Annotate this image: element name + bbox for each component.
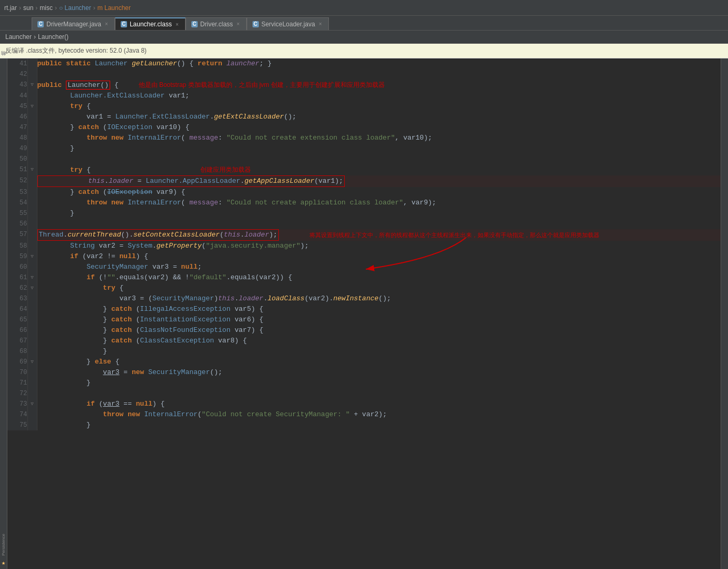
code-line-57: 57 Thread.currentThread().setContextClas… [7, 229, 721, 241]
code-line-55: 55 } [7, 208, 721, 219]
code-line-53: 53 } catch (IOException var9) { [7, 187, 721, 198]
editor-area: 结构 41 public static Launcher getLauncher… [0, 58, 728, 569]
top-breadcrumb: rt.jar › sun › misc › ○ Launcher › m Lau… [0, 0, 728, 16]
annotation-line43: 他是由 Bootstrap 类加载器加载的，之后由 jvm 创建，主要用于创建扩… [139, 81, 385, 89]
tab-close-icon[interactable]: × [104, 21, 109, 27]
breadcrumb-item[interactable]: m Launcher [98, 4, 131, 12]
code-line-64: 64 } catch (IllegalAccessException var5)… [7, 304, 721, 315]
file-breadcrumb: Launcher › Launcher() [0, 31, 728, 44]
code-line-58: 58 String var2 = System.getProperty("jav… [7, 241, 721, 251]
code-line-59: 59 ▽ if (var2 != null) { [7, 251, 721, 262]
code-line-41: 41 public static Launcher getLauncher() … [7, 58, 721, 69]
annotation-line57: 将其设置到线程上下文中，所有的线程都从这个主线程派生出来，如果没有手动指定，那么… [309, 232, 599, 238]
tab-drivermanager[interactable]: C DriverManager.java × [32, 17, 115, 30]
bottom-icons: Persistence ★ [0, 532, 7, 569]
tab-label: ServiceLoader.java [261, 21, 315, 28]
code-line-51: 51 ▽ try { 创建应用类加载器 [7, 164, 721, 175]
fold-icon-43[interactable]: ▽ [28, 80, 37, 90]
breadcrumb-item: rt.jar [4, 4, 17, 12]
code-line-63: 63 var3 = (SecurityManager)this.loader.l… [7, 293, 721, 304]
side-icons: 结构 [0, 58, 7, 569]
tab-driver-class[interactable]: C Driver.class × [186, 17, 247, 30]
code-line-45: 45 ▽ try { [7, 101, 721, 112]
code-editor[interactable]: 41 public static Launcher getLauncher() … [7, 58, 721, 569]
code-line-46: 46 var1 = Launcher.ExtClassLoader.getExt… [7, 112, 721, 122]
code-line-71: 71 } [7, 378, 721, 388]
tab-close-icon[interactable]: × [236, 21, 241, 27]
code-line-61: 61 ▽ if (!"".equals(var2) && !"default".… [7, 272, 721, 283]
breadcrumb-item[interactable]: ○ Launcher [59, 4, 91, 12]
breadcrumb-item: sun [23, 4, 33, 12]
info-bar: 反编译 .class文件, bytecode version: 52.0 (Ja… [0, 44, 728, 58]
code-line-47: 47 } catch (IOException var10) { [7, 122, 721, 133]
code-line-44: 44 Launcher.ExtClassLoader var1; [7, 91, 721, 101]
code-line-66: 66 } catch (ClassNotFoundException var7)… [7, 325, 721, 336]
tab-close-icon[interactable]: × [318, 21, 323, 27]
code-line-42: 42 [7, 69, 721, 80]
code-line-65: 65 } catch (InstantiationException var6)… [7, 315, 721, 325]
code-table: 41 public static Launcher getLauncher() … [7, 58, 721, 430]
code-line-54: 54 throw new InternalError( message: "Co… [7, 198, 721, 208]
persistence-label: Persistence [1, 534, 6, 556]
tab-icon: C [191, 21, 198, 27]
tab-icon: C [37, 21, 44, 27]
scrollbar[interactable] [721, 58, 728, 569]
code-line-43: 43 ▽ public Launcher() { 他是由 Bootstrap 类… [7, 80, 721, 91]
code-line-70: 70 var3 = new SecurityManager(); [7, 367, 721, 378]
tab-label: DriverManager.java [46, 21, 101, 28]
code-line-48: 48 throw new InternalError( message: "Co… [7, 133, 721, 143]
breadcrumb: rt.jar › sun › misc › ○ Launcher › m Lau… [4, 4, 131, 12]
code-line-50: 50 [7, 154, 721, 164]
tab-launcher-class[interactable]: C Launcher.class × [115, 17, 186, 30]
tab-serviceloader[interactable]: C ServiceLoader.java × [247, 17, 329, 30]
breadcrumb-item: misc [40, 4, 53, 12]
code-line-74: 74 throw new InternalError("Could not cr… [7, 409, 721, 420]
tab-icon: C [253, 21, 259, 27]
tab-close-icon[interactable]: × [174, 22, 180, 27]
code-line-56: 56 [7, 219, 721, 229]
file-breadcrumb-launcher[interactable]: Launcher [5, 33, 32, 41]
code-line-75: 75 } [7, 420, 721, 430]
code-line-60: 60 SecurityManager var3 = null; [7, 262, 721, 272]
code-line-49: 49 } [7, 143, 721, 154]
code-line-72: 72 [7, 388, 721, 399]
tab-icon: C [121, 21, 127, 27]
code-line-62: 62 ▽ try { [7, 283, 721, 293]
code-line-68: 68 } [7, 346, 721, 357]
code-line-69: 69 ▽ } else { [7, 357, 721, 367]
tab-label: Driver.class [200, 21, 233, 28]
code-line-67: 67 } catch (ClassCastException var8) { [7, 336, 721, 346]
favorites-star-icon[interactable]: ★ [2, 559, 5, 567]
tab-bar: C DriverManager.java × C Launcher.class … [0, 16, 728, 31]
code-line-52: 52 this.loader = Launcher.AppClassLoader… [7, 175, 721, 187]
code-line-73: 73 ▽ if (var3 == null) { [7, 399, 721, 409]
info-text: 反编译 .class文件, bytecode version: 52.0 (Ja… [5, 46, 147, 55]
annotation-line51: 创建应用类加载器 [200, 166, 251, 173]
tab-label: Launcher.class [130, 21, 172, 28]
file-breadcrumb-constructor[interactable]: Launcher() [38, 33, 69, 41]
